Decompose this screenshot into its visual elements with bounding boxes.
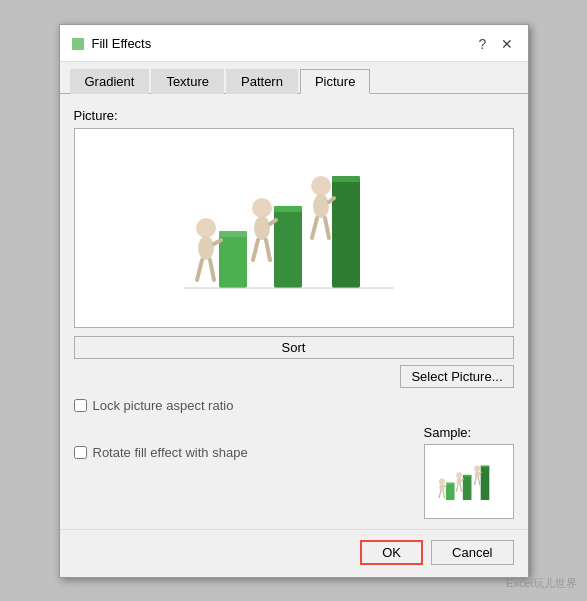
svg-rect-26 [462, 475, 471, 500]
svg-rect-25 [445, 482, 454, 484]
svg-line-34 [443, 491, 444, 497]
svg-point-40 [474, 465, 480, 471]
cancel-button[interactable]: Cancel [431, 540, 513, 565]
svg-rect-5 [274, 206, 302, 212]
dialog-content: Picture: [60, 94, 528, 529]
ok-button[interactable]: OK [360, 540, 423, 565]
svg-line-21 [312, 218, 317, 238]
svg-rect-4 [274, 208, 302, 288]
fill-effects-dialog: Fill Effects ? ✕ Gradient Texture Patter… [59, 24, 529, 578]
svg-line-43 [474, 478, 476, 484]
rotate-fill-row: Rotate fill effect with shape [74, 445, 248, 460]
rotate-fill-checkbox[interactable] [74, 446, 87, 459]
fill-icon [70, 36, 86, 52]
svg-point-13 [252, 198, 272, 218]
svg-line-22 [325, 218, 329, 238]
title-bar-left: Fill Effects [70, 36, 152, 52]
svg-rect-6 [332, 178, 360, 288]
tab-picture[interactable]: Picture [300, 69, 370, 94]
title-controls: ? ✕ [472, 33, 518, 55]
sort-button-row: Sort [74, 336, 514, 359]
sample-section: Sample: [424, 425, 514, 519]
svg-rect-3 [219, 231, 247, 237]
tabs-bar: Gradient Texture Pattern Picture [60, 62, 528, 94]
svg-line-12 [210, 260, 214, 280]
svg-line-16 [253, 240, 258, 260]
sort-button[interactable]: Sort [74, 336, 514, 359]
lock-aspect-label: Lock picture aspect ratio [93, 398, 234, 413]
svg-point-8 [196, 218, 216, 238]
svg-point-30 [438, 478, 444, 484]
dialog-title: Fill Effects [92, 36, 152, 51]
svg-point-41 [474, 471, 479, 478]
svg-line-17 [266, 240, 270, 260]
svg-rect-28 [480, 466, 489, 500]
title-bar: Fill Effects ? ✕ [60, 25, 528, 62]
svg-line-11 [197, 260, 202, 280]
svg-line-38 [456, 485, 458, 491]
svg-rect-1 [74, 40, 82, 48]
watermark: Excel玩儿世界 [506, 576, 577, 591]
picture-label: Picture: [74, 108, 514, 123]
rotate-fill-label: Rotate fill effect with shape [93, 445, 248, 460]
svg-point-18 [311, 176, 331, 196]
bottom-section: Rotate fill effect with shape Sample: [74, 425, 514, 519]
sample-label: Sample: [424, 425, 472, 440]
lock-aspect-checkbox[interactable] [74, 399, 87, 412]
svg-rect-29 [480, 465, 489, 467]
svg-rect-2 [219, 233, 247, 288]
svg-line-33 [439, 491, 441, 497]
close-button[interactable]: ✕ [496, 33, 518, 55]
svg-rect-7 [332, 176, 360, 182]
help-button[interactable]: ? [472, 33, 494, 55]
dialog-footer: OK Cancel [60, 529, 528, 577]
sample-preview [424, 444, 514, 519]
svg-point-31 [439, 483, 444, 490]
svg-point-9 [198, 236, 214, 260]
svg-point-19 [313, 194, 329, 218]
svg-rect-27 [462, 474, 471, 476]
svg-line-39 [460, 485, 461, 491]
svg-rect-24 [445, 483, 454, 500]
picture-preview [74, 128, 514, 328]
svg-point-36 [456, 477, 461, 484]
lock-aspect-row: Lock picture aspect ratio [74, 398, 514, 413]
svg-point-14 [254, 216, 270, 240]
svg-point-35 [456, 472, 462, 478]
tab-pattern[interactable]: Pattern [226, 69, 298, 94]
svg-line-44 [478, 478, 479, 484]
select-picture-button[interactable]: Select Picture... [400, 365, 513, 388]
select-picture-row: Select Picture... [74, 365, 514, 388]
tab-texture[interactable]: Texture [151, 69, 224, 94]
tab-gradient[interactable]: Gradient [70, 69, 150, 94]
